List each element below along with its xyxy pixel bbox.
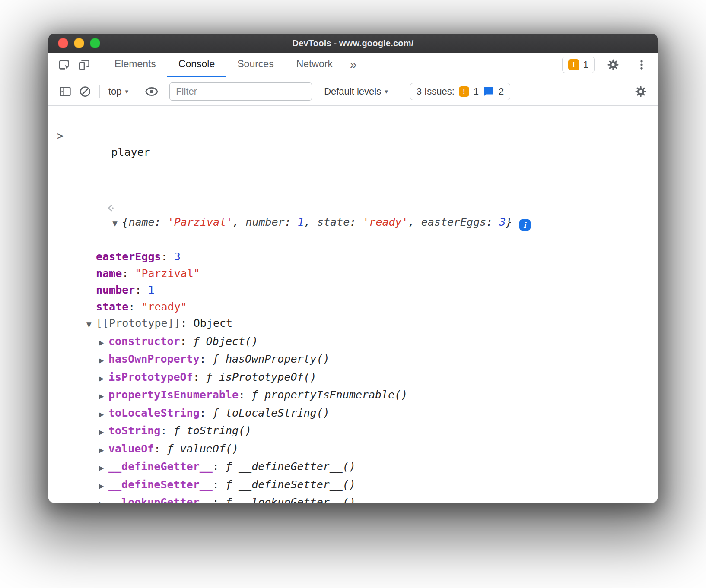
message-bubble-icon: [483, 86, 494, 97]
token-f: ƒ propertyIsEnumerable(): [251, 389, 407, 401]
toolbar-separator: [99, 58, 99, 72]
warning-icon: !: [568, 59, 579, 70]
tab-console[interactable]: Console: [167, 53, 226, 77]
token-p: :: [193, 371, 206, 383]
disclosure-triangle-icon[interactable]: ▶: [99, 370, 108, 387]
command-text: player: [111, 146, 150, 158]
token-p: :: [135, 284, 148, 296]
settings-button[interactable]: [603, 58, 623, 71]
chevron-down-icon: ▾: [125, 88, 129, 95]
disclosure-triangle-icon[interactable]: ▶: [99, 406, 108, 423]
disclosure-triangle-icon[interactable]: ▶: [99, 460, 108, 477]
execution-context-selector[interactable]: top ▾: [104, 86, 133, 97]
window-titlebar: DevTools - www.google.com/: [48, 34, 658, 53]
token-p: :: [180, 335, 193, 348]
token-ko: state: [96, 300, 128, 313]
token-pv-k: easterEggs: [421, 216, 487, 228]
disclosure-triangle-icon[interactable]: ▶: [99, 424, 108, 441]
token-kp: constructor: [108, 335, 180, 348]
disclosure-triangle-icon[interactable]: ▼: [86, 316, 96, 333]
filter-input[interactable]: [169, 82, 312, 101]
console-sidebar-toggle-button[interactable]: [55, 85, 75, 98]
token-p: :: [200, 407, 213, 419]
token-p: :: [213, 496, 226, 503]
device-toolbar-button[interactable]: [74, 53, 94, 77]
token-pv-n: 3: [499, 216, 506, 228]
console-property-row: ▶__lookupGetter__: ƒ __lookupGetter__(): [48, 494, 658, 503]
block-icon: [79, 85, 92, 98]
issues-label: 3 Issues:: [417, 86, 455, 97]
token-f: ƒ toLocaleString(): [213, 407, 330, 419]
token-s: "ready": [141, 300, 187, 313]
token-pv-p: :: [155, 216, 168, 228]
token-p: :: [181, 317, 194, 329]
zoom-window-button[interactable]: [90, 38, 100, 48]
devtools-tabbar: Elements Console Sources Network » ! 1: [48, 53, 658, 77]
disclosure-triangle-icon[interactable]: ▶: [99, 478, 108, 495]
token-kp: toString: [108, 424, 160, 437]
disclosure-triangle-icon[interactable]: ▶: [99, 442, 108, 459]
tab-sources[interactable]: Sources: [226, 53, 285, 77]
tab-label: Sources: [237, 58, 273, 70]
toolbar-separator: [397, 85, 397, 98]
token-kp: toLocaleString: [108, 407, 200, 419]
token-p: :: [154, 443, 167, 455]
console-settings-button[interactable]: [631, 85, 651, 98]
info-icon[interactable]: i: [519, 219, 531, 231]
token-pv-p: :: [486, 216, 499, 228]
minimize-window-button[interactable]: [74, 38, 84, 48]
return-value-icon: [54, 184, 115, 234]
token-pv-s: 'Parzival': [168, 216, 233, 228]
token-p: :: [160, 424, 173, 437]
clear-console-button[interactable]: [75, 85, 95, 98]
tab-label: Elements: [114, 58, 156, 70]
disclosure-triangle-icon[interactable]: ▶: [99, 352, 108, 369]
context-label: top: [108, 86, 122, 97]
inspect-cursor-icon: [57, 58, 71, 72]
warnings-badge-button[interactable]: ! 1: [562, 57, 595, 73]
token-pv-p: :: [285, 216, 298, 228]
console-property-row: ▶valueOf: ƒ valueOf(): [48, 441, 658, 459]
console-property-row: ▶hasOwnProperty: ƒ hasOwnProperty(): [48, 351, 658, 369]
eye-icon: [145, 85, 159, 98]
token-f: ƒ __lookupGetter__(): [226, 496, 356, 503]
console-property-row: ▶__defineSetter__: ƒ __defineSetter__(): [48, 477, 658, 495]
token-p: :: [213, 478, 226, 491]
token-ko: easterEggs: [96, 250, 161, 263]
more-tabs-button[interactable]: »: [344, 53, 363, 77]
disclosure-triangle-icon[interactable]: ▶: [99, 335, 108, 351]
token-p: :: [239, 389, 251, 401]
token-kp: __defineGetter__: [108, 460, 213, 473]
kebab-menu-icon: [635, 58, 648, 71]
token-ki: [[Prototype]]: [96, 317, 181, 329]
token-pv-p: {: [122, 216, 128, 228]
levels-label: Default levels: [324, 86, 381, 97]
log-levels-selector[interactable]: Default levels ▾: [320, 86, 392, 97]
console-command-row: > player: [48, 111, 658, 177]
more-options-button[interactable]: [632, 58, 652, 71]
command-prompt-icon: >: [57, 128, 64, 145]
console-property-row: name: "Parzival": [48, 266, 658, 282]
token-pv-p: ,: [304, 216, 317, 228]
console-panel: > player ▼{name: 'Parzival', number: 1, …: [48, 106, 658, 503]
close-window-button[interactable]: [58, 38, 68, 48]
issue-warning-icon: !: [459, 86, 469, 97]
token-kp: __lookupGetter__: [108, 496, 213, 503]
issues-button[interactable]: 3 Issues: ! 1 2: [410, 83, 511, 100]
disclosure-triangle-icon[interactable]: ▶: [99, 496, 108, 503]
disclosure-triangle-icon[interactable]: ▶: [99, 388, 108, 405]
create-live-expression-button[interactable]: [142, 85, 162, 98]
token-ko: number: [96, 284, 135, 296]
console-property-row: ▼[[Prototype]]: Object: [48, 315, 658, 333]
token-kp: hasOwnProperty: [108, 353, 200, 365]
token-pv-s: 'ready': [363, 216, 408, 228]
inspect-element-button[interactable]: [54, 53, 74, 77]
issue-message-count: 2: [499, 86, 504, 97]
tab-elements[interactable]: Elements: [103, 53, 167, 77]
token-p: :: [213, 460, 226, 473]
token-kp: valueOf: [108, 443, 154, 455]
warning-count: 1: [583, 59, 588, 70]
token-kp: isPrototypeOf: [108, 371, 193, 383]
tab-network[interactable]: Network: [285, 53, 344, 77]
token-pv-n: 1: [298, 216, 304, 228]
